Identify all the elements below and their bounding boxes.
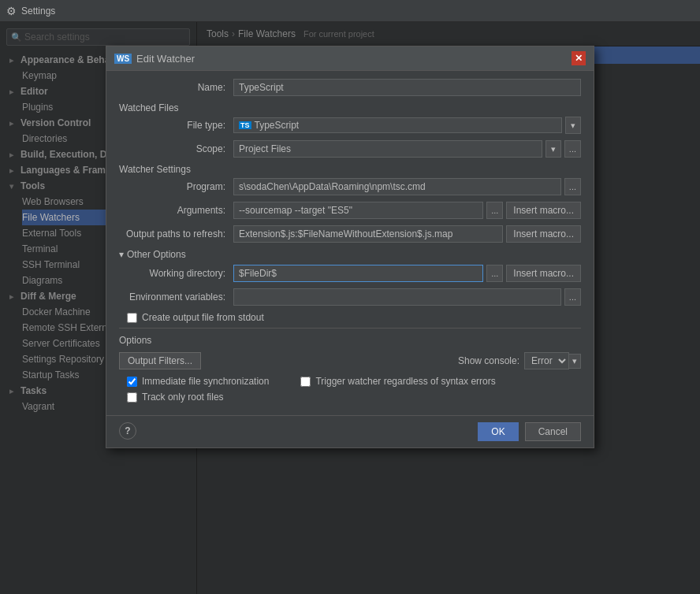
create-output-checkbox[interactable] [127, 313, 137, 323]
track-root-checkbox[interactable] [127, 392, 137, 403]
options-checkboxes: Immediate file synchronization Track onl… [119, 376, 581, 407]
dialog-footer: ? OK Cancel [106, 415, 594, 447]
output-paths-input[interactable] [233, 225, 503, 243]
title-bar-text: Settings [21, 6, 55, 17]
help-button[interactable]: ? [119, 422, 136, 440]
scope-select[interactable]: Project Files [233, 140, 542, 158]
app-icon: ⚙ [6, 5, 17, 17]
name-control [233, 79, 581, 96]
immediate-sync-row: Immediate file synchronization [119, 376, 269, 387]
show-console-wrap: Show console: Error ▾ [458, 352, 581, 369]
dialog-title-text: Edit Watcher [136, 53, 195, 65]
dialog-title-wrap: WS Edit Watcher [114, 53, 195, 65]
name-label: Name: [119, 82, 233, 93]
ok-button[interactable]: OK [478, 422, 518, 441]
watched-files-section: Watched Files [119, 102, 581, 113]
output-paths-row: Output paths to refresh: Insert macro... [119, 225, 581, 243]
console-select[interactable]: Error [524, 352, 569, 369]
scope-dropdown-btn[interactable]: ▾ [545, 140, 561, 158]
program-control: ... [233, 178, 581, 195]
working-dir-insert-macro-btn[interactable]: Insert macro... [506, 265, 581, 282]
options-title: Options [119, 335, 581, 346]
file-type-label: File type: [119, 120, 233, 131]
output-paths-label: Output paths to refresh: [119, 228, 233, 239]
program-input[interactable] [233, 178, 561, 195]
working-dir-input[interactable] [233, 265, 483, 282]
file-type-row: File type: TS TypeScript ▾ [119, 117, 581, 134]
scope-control: Project Files ▾ ... [233, 140, 581, 158]
env-vars-control: ... [233, 288, 581, 306]
trigger-watcher-label: Trigger watcher regardless of syntax err… [315, 376, 495, 387]
arguments-macro-btn[interactable]: ... [486, 202, 503, 219]
console-dropdown-btn[interactable]: ▾ [569, 354, 581, 369]
program-row: Program: ... [119, 178, 581, 195]
options-section: Options Output Filters... Show console: … [119, 328, 581, 407]
dialog-close-button[interactable]: ✕ [572, 51, 586, 65]
working-dir-label: Working directory: [119, 268, 233, 279]
dialog-body: Name: Watched Files File type: TS TypeSc… [106, 71, 594, 415]
immediate-sync-checkbox[interactable] [127, 377, 137, 387]
options-top-row: Output Filters... Show console: Error ▾ [119, 352, 581, 369]
arguments-label: Arguments: [119, 205, 233, 216]
show-console-label: Show console: [458, 355, 519, 366]
options-col-right: Trigger watcher regardless of syntax err… [300, 376, 495, 407]
other-options-arrow: ▾ [119, 249, 124, 260]
env-vars-input[interactable] [233, 288, 561, 306]
working-dir-control: ... Insert macro... [233, 265, 581, 282]
dialog-title-icon: WS [114, 54, 132, 64]
create-output-row: Create output file from stdout [119, 312, 581, 323]
scope-more-btn[interactable]: ... [564, 140, 581, 158]
arguments-control: ... Insert macro... [233, 202, 581, 219]
console-select-wrap: Error ▾ [524, 352, 581, 369]
arguments-row: Arguments: ... Insert macro... [119, 202, 581, 219]
trigger-watcher-checkbox[interactable] [300, 377, 311, 387]
file-type-dropdown-btn[interactable]: ▾ [565, 117, 581, 134]
title-bar: ⚙ Settings [0, 0, 700, 22]
trigger-watcher-row: Trigger watcher regardless of syntax err… [300, 376, 495, 387]
env-vars-row: Environment variables: ... [119, 288, 581, 306]
options-col-left: Immediate file synchronization Track onl… [119, 376, 269, 407]
working-dir-btn[interactable]: ... [486, 265, 503, 282]
working-dir-row: Working directory: ... Insert macro... [119, 265, 581, 282]
cancel-button[interactable]: Cancel [525, 422, 581, 441]
ts-icon: TS [239, 121, 251, 129]
watcher-settings-section: Watcher Settings [119, 164, 581, 175]
output-filters-btn[interactable]: Output Filters... [119, 352, 201, 369]
arguments-insert-macro-btn[interactable]: Insert macro... [506, 202, 581, 219]
output-insert-macro-btn[interactable]: Insert macro... [506, 225, 581, 243]
track-root-row: Track only root files [119, 392, 269, 403]
scope-label: Scope: [119, 143, 233, 154]
edit-watcher-dialog: WS Edit Watcher ✕ Name: Watched Files Fi… [106, 46, 594, 448]
track-root-label: Track only root files [142, 392, 224, 403]
file-type-control: TS TypeScript ▾ [233, 117, 581, 134]
name-input[interactable] [233, 79, 581, 96]
program-label: Program: [119, 181, 233, 192]
dialog-titlebar: WS Edit Watcher ✕ [106, 46, 594, 71]
env-vars-btn[interactable]: ... [564, 288, 581, 306]
scope-row: Scope: Project Files ▾ ... [119, 140, 581, 158]
other-options-header[interactable]: ▾ Other Options [119, 249, 581, 260]
name-row: Name: [119, 79, 581, 96]
output-paths-control: Insert macro... [233, 225, 581, 243]
other-options-section: ▾ Other Options Working directory: ... I… [119, 249, 581, 323]
arguments-input[interactable] [233, 202, 483, 219]
immediate-sync-label: Immediate file synchronization [142, 376, 269, 387]
dialog-overlay: WS Edit Watcher ✕ Name: Watched Files Fi… [0, 22, 700, 594]
program-browse-btn[interactable]: ... [564, 178, 581, 195]
file-type-display[interactable]: TS TypeScript [233, 117, 562, 133]
other-options-label: Other Options [127, 249, 186, 260]
env-vars-label: Environment variables: [119, 291, 233, 303]
create-output-label: Create output file from stdout [142, 312, 264, 323]
